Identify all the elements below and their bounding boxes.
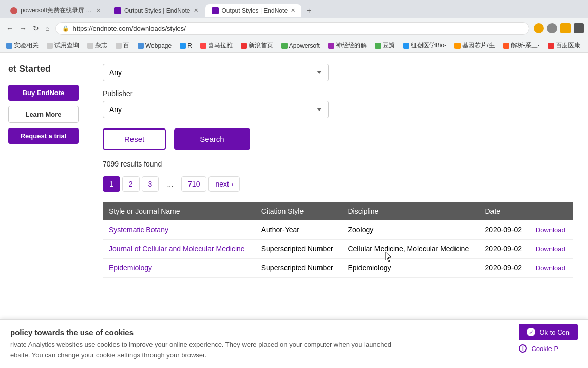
row2-name: Journal of Cellular and Molecular Medici… [103,240,255,259]
learn-more-button[interactable]: Learn More [8,106,79,123]
bookmark-r[interactable]: R [178,41,194,50]
tab-close-1[interactable]: ✕ [96,7,101,14]
sidebar-title: et Started [8,64,79,75]
tab-close-2[interactable]: ✕ [194,7,198,14]
table-header: Style or Journal Name Citation Style Dis… [103,202,573,220]
tab-3[interactable]: Output Styles | EndNote ✕ [205,4,302,17]
tab-close-3[interactable]: ✕ [291,7,295,14]
table-row: Epidemiology Superscripted Number Epidem… [103,259,573,278]
bookmark-icon-baidu [548,43,554,49]
cookie-banner-text2: ebsite. You can change your cookie setti… [10,350,578,360]
ok-check-icon: ✓ [527,328,535,336]
page-710-button[interactable]: 710 [181,176,206,192]
bookmark-sina[interactable]: 新浪首页 [239,40,275,51]
bookmark-jiyin[interactable]: 基因芯片/生 [452,40,497,51]
bookmark-star-icon[interactable] [534,23,544,33]
tab-1[interactable]: powersoft免费在线录屏 - 免… ✕ [4,3,107,18]
reset-button[interactable]: Reset [103,128,166,150]
page-1-button[interactable]: 1 [103,176,120,192]
row1-style-link[interactable]: Systematic Botany [109,226,168,234]
bookmark-baidu[interactable]: 百度医康 [546,40,582,51]
publisher-filter: Publisher Any [103,89,573,118]
bookmark-icon-douban [375,43,381,49]
bookmark-zazhi[interactable]: 杂志 [85,40,109,51]
row2-style-link[interactable]: Journal of Cellular and Molecular Medici… [109,245,245,253]
bookmark-niuchuang[interactable]: 纽创医学Bio- [401,40,448,51]
pagination-dots: ... [161,177,179,191]
action-buttons: Reset Search [103,128,573,150]
extensions-icon[interactable] [560,23,571,33]
bookmark-shen[interactable]: 神经经的解 [326,40,369,51]
row1-name: Systematic Botany [103,220,255,240]
row3-name: Epidemiology [103,259,255,278]
bookmark-webpage[interactable]: Webpage [136,41,174,50]
bookmark-shiyong[interactable]: 试用查询 [45,40,81,51]
row3-citation: Superscripted Number [255,259,342,278]
cookie-policy-button[interactable]: i Cookie P [519,344,578,353]
row3-style-link[interactable]: Epidemiology [109,264,152,272]
row3-discipline: Epidemiology [342,259,479,278]
bookmark-icon-jiyin [454,43,461,49]
results-count: 7099 results found [103,160,573,168]
bookmarks-bar: 实验相关 试用查询 杂志 百 Webpage R 喜马拉雅 新浪首页 Apowe… [0,39,588,53]
home-button[interactable]: ⌂ [43,23,51,33]
new-tab-button[interactable]: + [302,4,315,17]
table-body: Systematic Botany Author-Year Zoology 20… [103,220,573,278]
page-3-button[interactable]: 3 [142,176,159,192]
ok-label: Ok to Con [539,328,570,336]
row3-download-link[interactable]: Download [536,264,565,272]
search-button[interactable]: Search [174,128,250,150]
col-header-discipline: Discipline [342,202,479,220]
address-text: https://endnote.com/downloads/styles/ [72,25,185,32]
info-icon: i [519,344,527,353]
bookmark-icon-zazhi [87,43,93,49]
tab-label-1: powersoft免费在线录屏 - 免… [21,6,93,15]
menu-icon[interactable] [574,23,584,33]
row3-date: 2020-09-02 [479,259,529,278]
request-trial-button[interactable]: Request a trial [8,128,79,144]
publisher-select[interactable]: Any [103,101,329,118]
back-button[interactable]: ← [4,23,15,33]
tab-icon-3 [212,7,219,14]
row2-download-link[interactable]: Download [536,245,565,253]
lock-icon: 🔒 [62,25,69,32]
bookmark-jiexi[interactable]: 解析-系三- [501,40,542,51]
results-table: Style or Journal Name Citation Style Dis… [103,202,573,278]
bookmark-icon-webpage [138,43,144,49]
buy-endnote-button[interactable]: Buy EndNote [8,85,79,101]
bookmark-douban[interactable]: 豆瓣 [373,40,397,51]
bookmark-shiyan[interactable]: 实验相关 [4,40,41,51]
bookmark-bai[interactable]: 百 [113,40,131,51]
bookmark-icon-r [180,43,186,49]
bookmark-icon-shiyong [47,43,53,49]
col-header-name: Style or Journal Name [103,202,255,220]
address-field[interactable]: 🔒 https://endnote.com/downloads/styles/ [55,22,529,35]
next-page-button[interactable]: next › [208,176,240,192]
ok-to-continue-button[interactable]: ✓ Ok to Con [519,324,578,340]
cookie-actions: ✓ Ok to Con i Cookie P [519,324,578,353]
bookmark-himalaya[interactable]: 喜马拉雅 [198,40,235,51]
tab-2[interactable]: Output Styles | EndNote ✕ [108,4,204,17]
bookmark-icon-niuchuang [403,43,409,49]
tab-label-2: Output Styles | EndNote [124,7,191,14]
forward-button[interactable]: → [17,23,29,33]
tab-bar: powersoft免费在线录屏 - 免… ✕ Output Styles | E… [0,0,588,18]
row3-download: Download [529,259,573,278]
row1-citation: Author-Year [255,220,342,240]
row1-download-link[interactable]: Download [536,226,565,234]
page-2-button[interactable]: 2 [122,176,140,192]
col-header-action [529,202,573,220]
cookie-banner-text1: rivate Analytics websites use cookies to… [10,340,578,350]
row2-date: 2020-09-02 [479,240,529,259]
bookmark-apowersoft[interactable]: Apowersoft [279,41,322,50]
user-icon[interactable] [547,23,557,33]
tab-label-3: Output Styles | EndNote [222,7,288,14]
reload-button[interactable]: ↻ [31,23,41,33]
cookie-banner: policy towards the use of cookies rivate… [0,319,588,368]
col-header-date: Date [479,202,529,220]
table-row: Journal of Cellular and Molecular Medici… [103,240,573,259]
publisher-label: Publisher [103,89,573,98]
category-filter: Any [103,64,573,81]
category-select[interactable]: Any [103,64,329,81]
bookmark-icon-himalaya [200,43,206,49]
